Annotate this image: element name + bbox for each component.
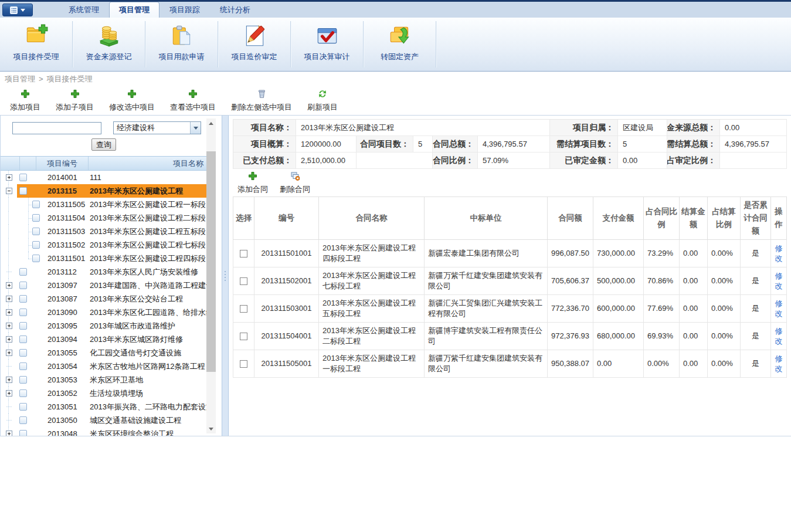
tab-project-management[interactable]: 项目管理: [109, 2, 159, 18]
tree-row[interactable]: 20130512013年振兴路、二环路电力配套设施: [1, 400, 207, 414]
contract-row-checkbox[interactable]: [240, 277, 247, 285]
scroll-up-icon[interactable]: [206, 118, 216, 128]
tree-row-body[interactable]: 20130952013年城区市政道路维护: [17, 319, 207, 333]
edit-contract-link[interactable]: 修改: [775, 354, 783, 374]
tree-row-body[interactable]: 2013048米东区环境综合整治工程: [17, 427, 207, 436]
delete-contract-button[interactable]: 删除合同: [280, 171, 310, 195]
ribbon-final-account-audit[interactable]: 项目决算审计: [291, 18, 363, 71]
tree-row[interactable]: 20131152013年米东区公厕建设工程: [1, 184, 207, 198]
ribbon-fund-source-register[interactable]: 资金来源登记: [73, 18, 145, 71]
tree-row-checkbox[interactable]: [19, 389, 27, 397]
tree-row[interactable]: 2014001111: [1, 171, 207, 184]
tree-row-checkbox[interactable]: [32, 201, 40, 208]
tree-row-checkbox[interactable]: [32, 255, 40, 262]
ribbon-project-intake[interactable]: 项目接件受理: [0, 18, 72, 71]
tree-row[interactable]: 2013115042013年米东区公厕建设工程二标段: [1, 211, 207, 225]
tree-row-body[interactable]: 2013050城区交通基础设施建设工程: [17, 414, 207, 427]
add-subproject-button[interactable]: 添加子项目: [48, 89, 101, 113]
refresh-projects-button[interactable]: 刷新项目: [300, 89, 345, 113]
tree-row[interactable]: 2013115052013年米东区公厕建设工程一标段: [1, 198, 207, 211]
add-contract-button[interactable]: 添加合同: [237, 171, 268, 195]
tree-row-checkbox[interactable]: [19, 174, 27, 181]
contract-row-checkbox[interactable]: [240, 333, 247, 340]
tree-row-body[interactable]: 2013054米东区古牧地片区路网12条路工程: [17, 360, 207, 373]
expand-icon[interactable]: [6, 296, 12, 302]
tree-row-body[interactable]: 2013115032013年米东区公厕建设工程五标段: [17, 225, 207, 238]
tree-row[interactable]: 2013115012013年米东区公厕建设工程四标段: [1, 252, 207, 265]
tree-row-checkbox[interactable]: [19, 430, 27, 436]
tree-row-checkbox[interactable]: [19, 349, 27, 357]
tree-row-body[interactable]: 2014001111: [17, 171, 207, 184]
chevron-down-icon[interactable]: [190, 122, 201, 134]
tree-row[interactable]: 2013055化工园交通信号灯交通设施: [1, 346, 207, 360]
tree-row-body[interactable]: 20131152013年米东区公厕建设工程: [17, 184, 207, 198]
tree-row[interactable]: 20130952013年城区市政道路维护: [1, 319, 207, 333]
ribbon-payment-request[interactable]: 项目用款申请: [145, 18, 218, 71]
tree-row[interactable]: 2013115022013年米东区公厕建设工程七标段: [1, 238, 207, 252]
view-selected-project-button[interactable]: 查看选中项目: [162, 89, 223, 113]
expand-icon[interactable]: [6, 282, 12, 289]
panel-splitter[interactable]: [222, 116, 229, 436]
tree-row[interactable]: 2013054米东区古牧地片区路网12条路工程: [1, 360, 207, 373]
breadcrumb-parent[interactable]: 项目管理: [5, 74, 35, 84]
tree-row[interactable]: 20130942013年米东区城区路灯维修: [1, 333, 207, 346]
tree-row-body[interactable]: 20131122013年米东区人民广场安装维修: [17, 265, 207, 279]
expand-icon[interactable]: [6, 350, 12, 356]
tree-row-checkbox[interactable]: [19, 295, 27, 303]
contract-row-checkbox[interactable]: [240, 250, 247, 257]
tree-row-body[interactable]: 2013115052013年米东区公厕建设工程一标段: [17, 198, 207, 211]
tab-system-management[interactable]: 系统管理: [59, 2, 109, 18]
expand-icon[interactable]: [6, 309, 12, 316]
tree-row[interactable]: 20130902013年米东区化工园道路、给排水维修: [1, 306, 207, 319]
tree-row-body[interactable]: 2013115012013年米东区公厕建设工程四标段: [17, 252, 207, 265]
expand-icon[interactable]: [6, 390, 12, 397]
tree-row[interactable]: 2013050城区交通基础设施建设工程: [1, 414, 207, 427]
tree-row-body[interactable]: 20130512013年振兴路、二环路电力配套设施: [17, 400, 207, 414]
edit-selected-project-button[interactable]: 修改选中项目: [101, 89, 162, 113]
tree-row-checkbox[interactable]: [19, 187, 27, 195]
tree-row-body[interactable]: 20130972013年建国路、中兴路道路工程建设: [17, 279, 207, 292]
tree-scrollbar[interactable]: [206, 118, 216, 433]
tree-row-checkbox[interactable]: [19, 376, 27, 384]
tree-row[interactable]: 20130972013年建国路、中兴路道路工程建设: [1, 279, 207, 292]
tree-row-checkbox[interactable]: [19, 336, 27, 343]
tree-row-checkbox[interactable]: [32, 241, 40, 249]
tree-row-body[interactable]: 20130902013年米东区化工园道路、给排水维修: [17, 306, 207, 319]
project-search-input[interactable]: [12, 122, 101, 134]
tree-row[interactable]: 2013052生活垃圾填埋场: [1, 387, 207, 400]
expand-icon[interactable]: [6, 377, 12, 383]
department-select[interactable]: 经济建设科: [113, 121, 201, 134]
scrollbar-thumb[interactable]: [206, 151, 216, 372]
tree-row[interactable]: 2013053米东区环卫基地: [1, 373, 207, 387]
tree-row-body[interactable]: 2013115042013年米东区公厕建设工程二标段: [17, 211, 207, 225]
tree-row-checkbox[interactable]: [19, 362, 27, 370]
collapse-icon[interactable]: [6, 188, 12, 194]
tree-row-body[interactable]: 20130942013年米东区城区路灯维修: [17, 333, 207, 346]
tree-row-checkbox[interactable]: [19, 403, 27, 411]
tree-row-body[interactable]: 2013055化工园交通信号灯交通设施: [17, 346, 207, 360]
edit-contract-link[interactable]: 修改: [775, 326, 783, 346]
expand-icon[interactable]: [6, 336, 12, 343]
tree-row-body[interactable]: 20130872013年米东区公交站台工程: [17, 292, 207, 306]
tree-row-checkbox[interactable]: [19, 309, 27, 316]
edit-contract-link[interactable]: 修改: [775, 271, 783, 291]
edit-contract-link[interactable]: 修改: [775, 299, 783, 318]
expand-icon[interactable]: [6, 174, 12, 181]
tab-project-tracking[interactable]: 项目跟踪: [159, 2, 210, 18]
contract-row-checkbox[interactable]: [240, 305, 247, 313]
ribbon-to-fixed-asset[interactable]: 转固定资产: [364, 18, 436, 71]
tree-row-checkbox[interactable]: [19, 322, 27, 330]
tree-row-body[interactable]: 2013115022013年米东区公厕建设工程七标段: [17, 238, 207, 252]
tree-row[interactable]: 20130872013年米东区公交站台工程: [1, 292, 207, 306]
query-button[interactable]: 查询: [91, 138, 116, 151]
expand-icon[interactable]: [6, 323, 12, 329]
tree-row-checkbox[interactable]: [19, 268, 27, 276]
expand-icon[interactable]: [6, 431, 12, 436]
tree-row[interactable]: 2013048米东区环境综合整治工程: [1, 427, 207, 436]
tree-row-checkbox[interactable]: [19, 416, 27, 424]
add-project-button[interactable]: 添加项目: [2, 89, 48, 113]
tree-row-checkbox[interactable]: [32, 228, 40, 235]
tree-row[interactable]: 20131122013年米东区人民广场安装维修: [1, 265, 207, 279]
tree-row-checkbox[interactable]: [32, 214, 40, 222]
scroll-down-icon[interactable]: [206, 424, 216, 433]
